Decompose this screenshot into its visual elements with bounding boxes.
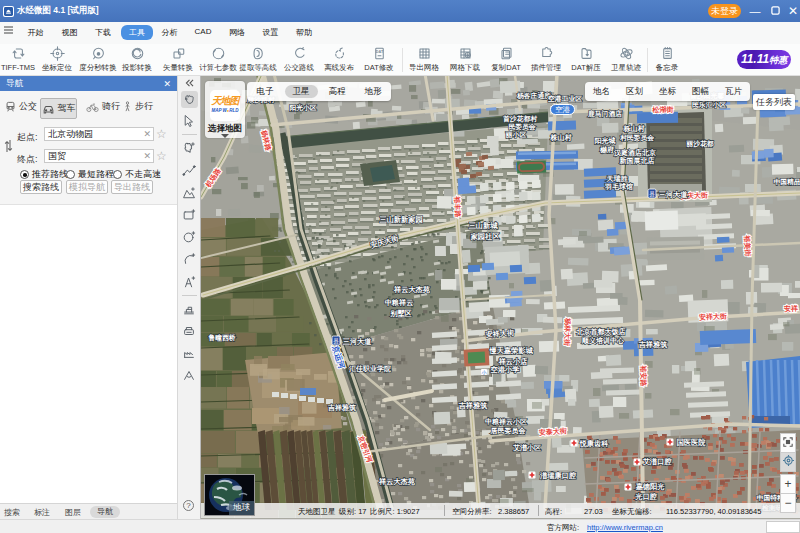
svg-text:顺义培训中心: 顺义培训中心 <box>581 336 625 345</box>
svg-text:北京首都大饭店: 北京首都大饭店 <box>576 327 626 336</box>
svg-text:村民委员会: 村民委员会 <box>619 134 654 142</box>
svg-text:县: 县 <box>333 338 339 344</box>
svg-text:民乐汇小区: 民乐汇小区 <box>692 101 726 109</box>
svg-text:居民委员会: 居民委员会 <box>490 427 527 435</box>
svg-text:株山村: 株山村 <box>550 133 573 142</box>
svg-text:汇佳职业学院: 汇佳职业学院 <box>349 365 391 373</box>
svg-text:吉祥雅筑: 吉祥雅筑 <box>327 404 356 412</box>
svg-text:三山新城: 三山新城 <box>469 221 499 230</box>
svg-text:三河大道: 三河大道 <box>659 190 689 199</box>
svg-text:中粮祥云小区: 中粮祥云小区 <box>485 417 527 426</box>
svg-text:阳光城: 阳光城 <box>595 137 616 145</box>
svg-text:小: 小 <box>482 369 487 375</box>
svg-text:三河大道: 三河大道 <box>343 337 373 346</box>
svg-text:空港工业区: 空港工业区 <box>548 95 582 103</box>
svg-text:光口腔: 光口腔 <box>634 492 657 501</box>
svg-text:家园社区: 家园社区 <box>470 232 501 241</box>
svg-text:艾潽口腔: 艾潽口腔 <box>643 457 673 466</box>
svg-text:阳光小区: 阳光小区 <box>289 104 316 112</box>
svg-text:丽小区: 丽小区 <box>505 131 527 139</box>
svg-text:羽毛球馆: 羽毛球馆 <box>604 182 633 191</box>
svg-text:祥云大杰苑: 祥云大杰苑 <box>393 285 431 294</box>
svg-text:中粮祥云: 中粮祥云 <box>385 298 414 307</box>
svg-text:民委员会: 民委员会 <box>508 123 535 131</box>
svg-text:鹿马门酒店: 鹿马门酒店 <box>587 110 622 118</box>
svg-text:慢天嘉荣影城: 慢天嘉荣影城 <box>488 346 533 355</box>
svg-text:杨各庄通所: 杨各庄通所 <box>516 91 551 100</box>
svg-text:别墅区: 别墅区 <box>389 309 412 318</box>
svg-text:县: 县 <box>649 191 655 197</box>
svg-text:鲁疃西桥: 鲁疃西桥 <box>207 334 235 342</box>
svg-text:新国展北店: 新国展北店 <box>619 156 655 165</box>
svg-text:潽瑞康口腔: 潽瑞康口腔 <box>539 471 577 480</box>
svg-text:汉庭酒店北京: 汉庭酒店北京 <box>613 148 656 157</box>
svg-text:空港小学: 空港小学 <box>491 365 520 374</box>
svg-text:吉祥雅筑: 吉祥雅筑 <box>458 401 488 410</box>
svg-text:栎山村: 栎山村 <box>623 124 646 133</box>
svg-text:DAT: DAT <box>375 50 383 54</box>
svg-text:祥云大杰苑: 祥云大杰苑 <box>378 477 416 486</box>
svg-text:嘉德阳光: 嘉德阳光 <box>635 482 666 491</box>
svg-text:首沙花都村: 首沙花都村 <box>502 115 537 123</box>
svg-text:艾潽小区: 艾潽小区 <box>513 443 541 452</box>
svg-text:三山新新家园: 三山新新家园 <box>379 215 422 224</box>
svg-text:祥云小店: 祥云小店 <box>498 357 528 366</box>
svg-text:天瑞胜: 天瑞胜 <box>606 174 629 183</box>
svg-text:吉祥雅筑: 吉祥雅筑 <box>638 340 668 349</box>
svg-text:国医医院: 国医医院 <box>677 438 707 447</box>
svg-text:丽沙花都: 丽沙花都 <box>685 140 713 148</box>
svg-text:悦康齿科: 悦康齿科 <box>579 439 610 448</box>
svg-text:中国精品: 中国精品 <box>773 178 800 186</box>
svg-text:樾府: 樾府 <box>599 145 614 154</box>
